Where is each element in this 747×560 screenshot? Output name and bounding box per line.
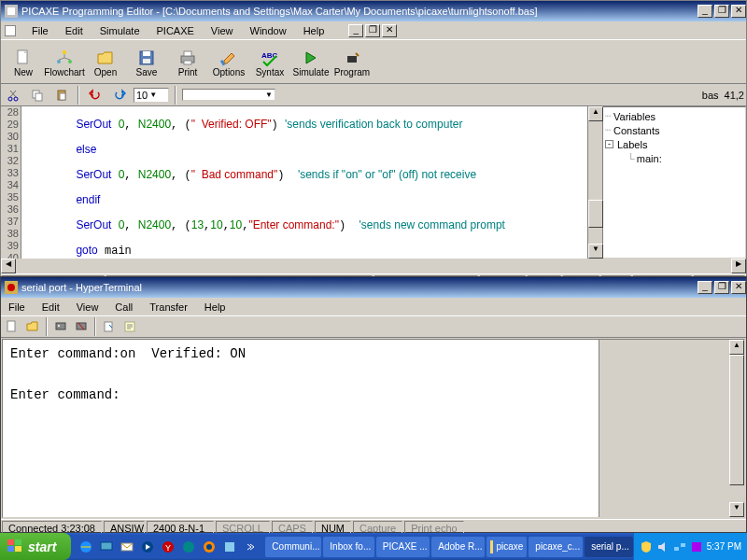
ht-new-button[interactable] [3, 317, 21, 336]
task-button[interactable]: serial p... [585, 537, 633, 557]
cursor-pos-label: 41,2 [725, 90, 744, 101]
find-dropdown[interactable]: ▼ [182, 89, 275, 101]
ql-app-icon[interactable] [220, 537, 239, 557]
svg-point-39 [183, 541, 194, 553]
svg-rect-30 [15, 539, 21, 545]
ht-menu-call[interactable]: Call [111, 300, 136, 315]
ht-connect-button[interactable] [51, 317, 70, 336]
ht-menu-edit[interactable]: Edit [38, 300, 63, 315]
task-button[interactable]: Communi... [265, 537, 321, 557]
outline-tree[interactable]: ┈Variables ┈Constants -Labels └main: [602, 106, 746, 259]
task-button[interactable]: picaxe_c... [529, 537, 582, 557]
options-button[interactable]: Options [208, 42, 249, 83]
ql-yahoo-icon[interactable]: Y [159, 537, 177, 557]
ql-firefox-icon[interactable] [200, 537, 218, 557]
ql-ie-icon[interactable] [77, 537, 95, 557]
svg-rect-32 [15, 546, 21, 552]
close-button[interactable]: ✕ [731, 5, 746, 18]
ht-properties-button[interactable] [120, 317, 139, 336]
ht-close-button[interactable]: ✕ [731, 281, 746, 294]
start-button[interactable]: start [0, 533, 71, 560]
svg-point-5 [68, 60, 72, 63]
syntax-button[interactable]: ABCSyntax [249, 42, 290, 83]
undo-button[interactable] [85, 86, 106, 105]
svg-rect-34 [101, 542, 112, 550]
svg-rect-52 [692, 542, 701, 552]
hyperterminal-window: serial port - HyperTerminal _ ❐ ✕ File E… [0, 276, 747, 533]
menu-simulate[interactable]: Simulate [96, 23, 144, 38]
new-button[interactable]: New [3, 42, 44, 83]
mdi-child-icon[interactable] [5, 25, 16, 36]
terminal-sidebar [599, 340, 729, 517]
simulate-button[interactable]: Simulate [290, 42, 331, 83]
tray-volume-icon[interactable] [656, 540, 669, 553]
tree-label-main[interactable]: └main: [605, 151, 743, 165]
task-button[interactable]: PICAXE ... [376, 537, 430, 557]
paste-button[interactable] [51, 86, 72, 105]
tray-network-icon[interactable] [673, 540, 686, 553]
maximize-button[interactable]: ❐ [714, 5, 729, 18]
undo-count-dropdown[interactable]: 10▼ [134, 88, 169, 103]
ht-menu-transfer[interactable]: Transfer [146, 300, 191, 315]
ht-minimize-button[interactable]: _ [698, 281, 712, 294]
ht-menu-view[interactable]: View [73, 300, 103, 315]
print-button[interactable]: Print [167, 42, 208, 83]
ht-send-button[interactable] [100, 317, 119, 336]
picaxe-toolbar2: 10▼ ▼ bas 41,2 [1, 84, 746, 106]
ht-menu-file[interactable]: File [5, 300, 29, 315]
ht-menu-help[interactable]: Help [201, 300, 230, 315]
ql-wmp-icon[interactable] [138, 537, 157, 557]
tray-shield-icon[interactable] [640, 540, 653, 553]
menu-picaxe[interactable]: PICAXE [153, 23, 198, 38]
ht-open-button[interactable] [23, 317, 42, 336]
cut-button[interactable] [3, 86, 23, 105]
menu-view[interactable]: View [207, 23, 237, 38]
task-button[interactable]: picaxe [486, 537, 527, 557]
mdi-close-button[interactable]: ✕ [382, 24, 397, 37]
ql-outlook-icon[interactable] [118, 537, 136, 557]
ql-chevron-icon[interactable] [241, 537, 260, 557]
tray-time[interactable]: 5:37 PM [707, 541, 741, 552]
ht-disconnect-button[interactable] [72, 317, 91, 336]
code-editor[interactable]: SerOut 0, N2400, (" Verified: OFF") 'sen… [21, 106, 587, 259]
picaxe-editor-window: PICAXE Programming Editor - [C:\Document… [0, 0, 747, 276]
svg-rect-8 [143, 59, 150, 63]
ht-vscrollbar[interactable]: ▲ ▼ [729, 340, 744, 517]
svg-rect-23 [7, 321, 15, 331]
tree-constants[interactable]: ┈Constants [605, 123, 743, 137]
svg-point-22 [7, 284, 15, 291]
minimize-button[interactable]: _ [698, 5, 712, 18]
code-vscrollbar[interactable]: ▲ ▼ [587, 106, 602, 259]
task-button[interactable]: Inbox fo... [323, 537, 374, 557]
windows-logo-icon [7, 539, 24, 554]
tray-antivirus-icon[interactable] [690, 540, 703, 553]
menu-file[interactable]: File [28, 23, 52, 38]
menu-help[interactable]: Help [300, 23, 329, 38]
tree-variables[interactable]: ┈Variables [605, 109, 743, 123]
save-button[interactable]: Save [126, 42, 167, 83]
ht-maximize-button[interactable]: ❐ [714, 281, 729, 294]
terminal-output[interactable]: Enter command:on Verified: ON Enter comm… [3, 340, 599, 517]
svg-rect-47 [490, 540, 493, 553]
svg-rect-20 [60, 93, 65, 100]
svg-rect-29 [7, 539, 14, 545]
mdi-minimize-button[interactable]: _ [348, 24, 363, 37]
picaxe-menubar: File Edit Simulate PICAXE View Window He… [1, 21, 746, 39]
program-button[interactable]: Program [331, 42, 373, 83]
tree-labels[interactable]: -Labels [605, 137, 743, 151]
menu-edit[interactable]: Edit [62, 23, 87, 38]
svg-text:Y: Y [165, 543, 171, 553]
svg-rect-7 [143, 51, 150, 56]
mdi-restore-button[interactable]: ❐ [365, 24, 380, 37]
task-button[interactable]: Adobe R... [431, 537, 485, 557]
ql-desktop-icon[interactable] [97, 537, 116, 557]
redo-button[interactable] [109, 86, 130, 105]
code-hscrollbar[interactable]: ◀ ▶ [1, 259, 746, 273]
ql-netscape-icon[interactable] [179, 537, 198, 557]
flowchart-button[interactable]: Flowchart [44, 42, 85, 83]
open-button[interactable]: Open [85, 42, 126, 83]
system-tray: 5:37 PM [633, 533, 747, 560]
menu-window[interactable]: Window [247, 23, 290, 38]
picaxe-title: PICAXE Programming Editor - [C:\Document… [21, 6, 537, 17]
copy-button[interactable] [27, 86, 48, 105]
